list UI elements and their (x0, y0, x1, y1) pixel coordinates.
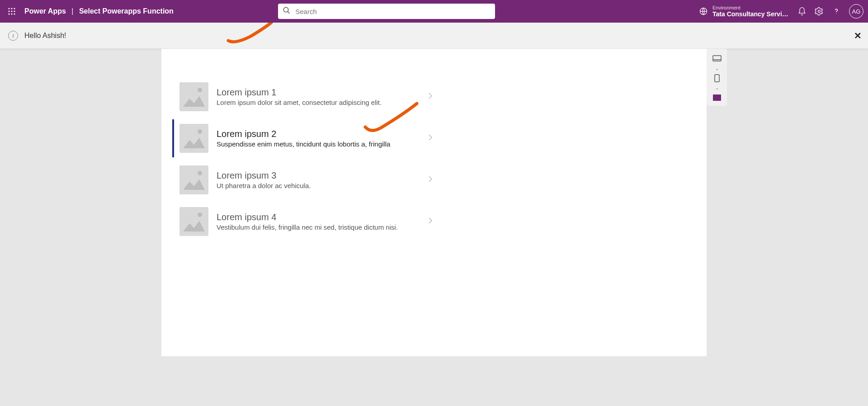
help-icon[interactable] (832, 7, 841, 16)
custom-preview-icon[interactable] (712, 94, 722, 101)
svg-rect-17 (713, 94, 721, 101)
image-placeholder-icon (179, 82, 208, 111)
search-icon (283, 6, 291, 16)
chevron-down-icon[interactable]: ⌄ (715, 66, 719, 71)
info-icon: i (8, 31, 18, 41)
svg-point-5 (14, 10, 15, 12)
gallery-item[interactable]: Lorem ipsum 4Vestibulum dui felis, fring… (179, 201, 433, 242)
image-placeholder-icon (179, 165, 208, 194)
brand-separator: | (71, 7, 73, 15)
environment-name: Tata Consultancy Servic… (712, 10, 789, 18)
chevron-right-icon (428, 92, 433, 101)
search-container (278, 4, 495, 19)
svg-rect-14 (713, 56, 721, 61)
globe-icon (699, 7, 708, 16)
brand-block: Power Apps | Select Powerapps Function (24, 7, 174, 15)
svg-point-12 (818, 10, 821, 13)
gallery-item-subtitle: Vestibulum dui felis, fringilla nec mi s… (217, 223, 398, 231)
chevron-right-icon (428, 217, 433, 226)
svg-point-7 (11, 13, 12, 14)
info-message: Hello Ashish! (24, 32, 66, 40)
gallery-item-subtitle: Ut pharetra a dolor ac vehicula. (217, 182, 311, 189)
gallery-item-text: Lorem ipsum 1Lorem ipsum dolor sit amet,… (217, 87, 382, 106)
avatar-initials: AG (852, 8, 861, 15)
gallery-item[interactable]: Lorem ipsum 3Ut pharetra a dolor ac vehi… (179, 159, 433, 201)
gallery-item-title: Lorem ipsum 1 (217, 87, 382, 98)
app-header: Power Apps | Select Powerapps Function E… (0, 0, 868, 23)
svg-point-1 (11, 8, 12, 9)
brand-name[interactable]: Power Apps (24, 7, 66, 15)
page-title: Select Powerapps Function (79, 7, 174, 15)
app-canvas: Lorem ipsum 1Lorem ipsum dolor sit amet,… (161, 49, 707, 356)
search-input[interactable] (278, 4, 495, 19)
editor-stage: Lorem ipsum 1Lorem ipsum dolor sit amet,… (0, 49, 868, 356)
gallery-item[interactable]: Lorem ipsum 2Suspendisse enim metus, tin… (179, 118, 433, 159)
svg-rect-16 (715, 75, 719, 82)
gallery-item-subtitle: Suspendisse enim metus, tincidunt quis l… (217, 140, 390, 148)
svg-point-2 (14, 8, 15, 9)
svg-point-0 (8, 8, 9, 9)
device-preview-rail: ⌄ ⌄ (707, 49, 727, 106)
svg-point-6 (8, 13, 9, 14)
svg-point-3 (8, 10, 9, 12)
environment-label: Environment (712, 5, 789, 11)
chevron-down-icon[interactable]: ⌄ (715, 85, 719, 90)
chevron-right-icon (428, 134, 433, 143)
chevron-right-icon (428, 175, 433, 184)
gallery-item-title: Lorem ipsum 2 (217, 129, 390, 139)
notification-icon[interactable] (797, 7, 807, 16)
gallery-item[interactable]: Lorem ipsum 1Lorem ipsum dolor sit amet,… (179, 76, 433, 118)
image-placeholder-icon (179, 124, 208, 153)
svg-point-13 (836, 13, 836, 14)
settings-icon[interactable] (815, 7, 824, 16)
gallery-item-title: Lorem ipsum 3 (217, 170, 311, 181)
mobile-preview-icon[interactable] (712, 75, 722, 82)
svg-point-8 (14, 13, 15, 14)
gallery-item-subtitle: Lorem ipsum dolor sit amet, consectetur … (217, 99, 382, 106)
svg-point-4 (11, 10, 12, 12)
header-right-cluster: Environment Tata Consultancy Servic… AG (699, 4, 863, 19)
gallery-list: Lorem ipsum 1Lorem ipsum dolor sit amet,… (179, 76, 679, 242)
image-placeholder-icon (179, 207, 208, 236)
svg-point-9 (284, 7, 289, 12)
gallery-item-text: Lorem ipsum 3Ut pharetra a dolor ac vehi… (217, 170, 311, 189)
user-avatar[interactable]: AG (849, 4, 863, 19)
gallery-item-text: Lorem ipsum 2Suspendisse enim metus, tin… (217, 129, 390, 148)
environment-picker[interactable]: Environment Tata Consultancy Servic… (699, 5, 789, 18)
close-icon[interactable]: ✕ (854, 30, 862, 41)
svg-line-10 (288, 11, 290, 14)
gallery-item-text: Lorem ipsum 4Vestibulum dui felis, fring… (217, 212, 398, 231)
gallery-item-title: Lorem ipsum 4 (217, 212, 398, 222)
desktop-preview-icon[interactable] (712, 55, 722, 62)
app-launcher-icon[interactable] (5, 4, 19, 19)
info-banner: i Hello Ashish! ✕ (0, 23, 868, 49)
